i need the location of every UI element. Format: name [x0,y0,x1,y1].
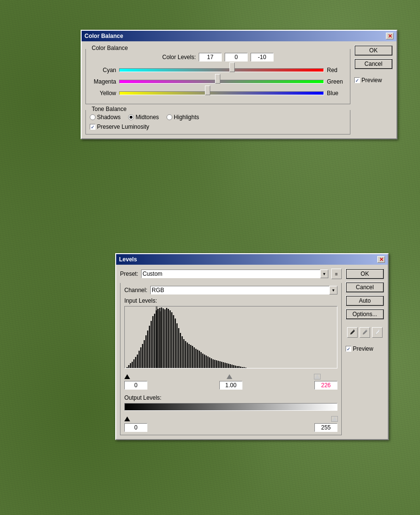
color-balance-close-button[interactable]: ✕ [386,33,394,39]
input-mid-thumb[interactable] [227,374,232,379]
color-level-3-input[interactable] [251,53,274,61]
svg-rect-6 [135,357,136,368]
black-eyedropper-button[interactable] [347,327,358,338]
preset-select[interactable]: Custom [141,270,328,278]
svg-rect-5 [133,359,134,368]
svg-rect-67 [240,367,241,368]
black-eyedropper-icon [349,329,356,336]
svg-rect-30 [177,323,178,368]
output-white-thumb[interactable] [332,417,337,421]
svg-rect-48 [207,356,208,368]
svg-rect-38 [190,345,191,368]
svg-rect-59 [226,363,227,368]
levels-auto-button[interactable]: Auto [346,295,384,306]
channel-select-wrapper: RGB ▼ [150,286,337,294]
svg-rect-36 [187,343,188,368]
histogram [124,306,337,368]
magenta-green-thumb[interactable] [215,74,220,84]
output-levels-section: Output Levels: [124,394,337,432]
yellow-blue-track[interactable] [119,88,324,98]
svg-rect-23 [164,309,165,368]
svg-rect-56 [221,362,222,368]
cyan-red-track[interactable] [119,65,324,75]
cyan-red-thumb[interactable] [229,62,235,72]
histogram-svg [125,307,337,368]
levels-titlebar: Levels ✕ [116,254,388,265]
svg-rect-8 [139,351,140,368]
svg-rect-41 [195,349,196,368]
svg-rect-37 [189,344,190,368]
input-black-value[interactable] [124,381,147,390]
magenta-green-track[interactable] [119,77,324,86]
output-black-thumb[interactable] [124,417,130,421]
output-black-value[interactable] [124,423,147,432]
highlights-radio[interactable]: Highlights [167,114,199,121]
shadows-radio[interactable]: Shadows [90,114,120,121]
input-mid-value[interactable] [219,381,242,390]
svg-rect-63 [233,365,234,368]
levels-preview-checkbox[interactable]: ✓ Preview [346,345,384,352]
svg-rect-40 [193,347,194,368]
svg-rect-42 [197,350,198,368]
cyan-red-gradient [119,68,324,72]
close-icon: ✕ [388,34,392,39]
green-label: Green [327,78,346,85]
cyan-red-slider-row: Cyan Red [90,65,346,75]
yellow-blue-thumb[interactable] [205,86,210,95]
svg-rect-16 [152,316,153,368]
levels-ok-button[interactable]: OK [346,269,384,279]
svg-rect-62 [231,365,232,368]
midtones-radio[interactable]: Midtones [128,114,159,121]
color-balance-preview-box: ✓ [354,77,360,83]
gray-eyedropper-button[interactable] [360,327,370,338]
svg-rect-66 [239,366,240,368]
svg-rect-33 [181,336,182,368]
output-gradient [124,403,337,411]
channel-select[interactable]: RGB [150,286,337,294]
levels-options-button[interactable]: Options... [346,309,384,319]
color-balance-preview-checkbox[interactable]: ✓ Preview [354,77,393,84]
svg-rect-17 [154,314,155,368]
channel-label: Channel: [124,287,147,294]
midtones-radio-dot [130,116,132,119]
levels-cancel-button[interactable]: Cancel [346,282,384,293]
output-white-value[interactable] [314,423,337,432]
svg-rect-9 [140,347,141,368]
preserve-luminosity-checkbox[interactable]: ✓ Preserve Luminosity [90,123,346,130]
svg-rect-28 [173,315,174,368]
levels-title: Levels [119,256,137,263]
svg-rect-49 [209,357,210,368]
highlights-radio-circle [167,114,172,120]
svg-rect-27 [171,312,172,368]
white-eyedropper-button[interactable] [372,327,383,338]
svg-rect-19 [157,309,158,368]
midtones-label: Midtones [135,114,159,121]
svg-rect-53 [216,360,217,368]
svg-rect-75 [166,309,167,368]
svg-rect-44 [201,352,202,368]
yellow-blue-slider-row: Yellow Blue [90,88,346,98]
input-black-thumb[interactable] [124,374,130,379]
svg-rect-7 [137,355,138,368]
svg-rect-32 [180,333,181,368]
color-level-1-input[interactable] [199,53,222,61]
input-white-value[interactable] [314,381,337,390]
preset-menu-button[interactable]: ≡ [331,269,342,279]
levels-close-button[interactable]: ✕ [377,256,385,263]
svg-rect-34 [183,339,184,368]
color-level-2-input[interactable] [225,53,248,61]
svg-rect-35 [185,341,186,368]
svg-rect-2 [128,365,129,368]
svg-rect-22 [163,308,164,368]
levels-content: Preset: Custom ▼ ≡ Channel: [116,265,388,439]
svg-rect-61 [230,364,231,368]
svg-rect-31 [178,328,179,368]
svg-rect-39 [192,346,193,368]
color-balance-cancel-button[interactable]: Cancel [354,59,393,69]
color-balance-ok-button[interactable]: OK [354,45,393,56]
svg-rect-13 [147,331,148,368]
svg-rect-60 [228,364,229,368]
svg-rect-10 [142,344,143,368]
magenta-green-gradient [119,80,324,84]
input-white-thumb[interactable] [314,374,320,379]
